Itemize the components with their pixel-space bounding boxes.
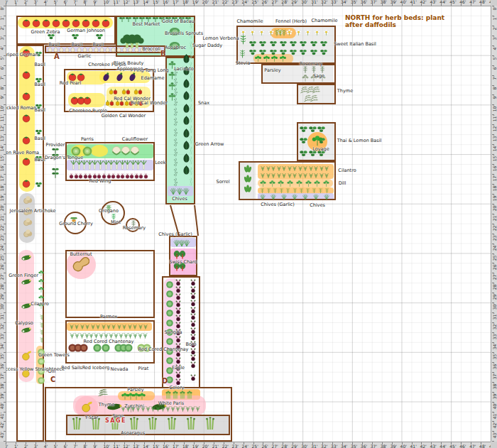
ruler-label: 37' (493, 373, 497, 379)
ruler-label: 2' (0, 26, 4, 30)
ruler-label: 47' (469, 444, 476, 448)
ruler-label: 43' (430, 444, 436, 448)
ruler-label: 17' (173, 0, 179, 4)
ruler-label: 29' (291, 444, 297, 448)
ruler-label: 26' (261, 444, 268, 448)
ruler-label: 45' (449, 0, 456, 4)
ruler-label: 13' (133, 444, 139, 448)
ruler-label: 14' (143, 0, 149, 4)
ruler-label: 3' (34, 0, 38, 4)
ruler-label: 16' (493, 165, 497, 171)
ruler-label: 33' (331, 0, 337, 4)
ruler-label: 48' (479, 0, 486, 4)
ruler-label: 42' (420, 0, 426, 4)
ruler-label: 40' (400, 444, 407, 448)
ruler-label: 0' (493, 6, 497, 10)
ruler-label: 6' (64, 0, 67, 4)
ruler-label: 35' (351, 444, 357, 448)
ruler-label: 31' (0, 313, 4, 319)
ruler-label: 2' (24, 0, 28, 4)
ruler-label: 19' (192, 444, 199, 448)
ruler-label: 36' (493, 363, 497, 369)
ruler-label: 16' (0, 165, 4, 171)
ruler-label: 29' (493, 293, 497, 300)
ruler-label: 2' (24, 444, 28, 448)
planting-note[interactable]: NORTH for herb beds: plant after daffodi… (345, 14, 444, 28)
ruler-label: 42' (420, 444, 426, 448)
ruler-label: 38' (493, 383, 497, 389)
ruler-label: 30' (0, 303, 4, 310)
ruler-label: 4' (44, 444, 48, 448)
ruler-label: 41' (493, 413, 497, 419)
ruler-label: 12' (0, 125, 4, 131)
ruler-label: 6' (0, 66, 4, 70)
ruler-label: 22' (222, 444, 229, 448)
ruler-label: 10' (103, 0, 109, 4)
ruler-label: 32' (321, 444, 327, 448)
ruler-label: 13' (133, 0, 139, 4)
ruler-label: 19' (0, 195, 4, 201)
ruler-label: 23' (232, 444, 239, 448)
ruler-label: 1' (0, 16, 4, 20)
ruler-label: 38' (381, 0, 387, 4)
ruler-label: 42' (0, 422, 4, 428)
ruler-label: 16' (163, 0, 169, 4)
ruler-label: 20' (202, 0, 209, 4)
ruler-label: 13' (0, 135, 4, 141)
ruler-label: 30' (493, 303, 497, 310)
ruler-label: 34' (0, 343, 4, 349)
ruler-label: 20' (0, 204, 4, 211)
ruler-label: 40' (400, 0, 407, 4)
ruler-label: 11' (0, 115, 4, 121)
ruler-label: 23' (0, 234, 4, 241)
ruler-label: 41' (410, 444, 417, 448)
ruler-label: 34' (493, 343, 497, 349)
ruler-label: 9' (493, 95, 497, 99)
ruler-label: 2' (493, 26, 497, 30)
ruler-label: 28' (281, 444, 288, 448)
ruler-label: 29' (0, 293, 4, 300)
ruler-label: 1' (14, 0, 18, 4)
ruler-label: 33' (331, 444, 337, 448)
ruler-label: 17' (0, 175, 4, 181)
ruler-label: 40' (0, 403, 4, 409)
ruler-label: 31' (311, 444, 317, 448)
ruler-label: 7' (74, 0, 77, 4)
ruler-label: 44' (439, 0, 446, 4)
ruler-label: 32' (493, 323, 497, 329)
ruler-label: 28' (493, 283, 497, 290)
ruler-label: 3' (0, 36, 4, 40)
ruler-label: 36' (361, 0, 367, 4)
ruler-label: 4' (44, 0, 48, 4)
ruler-label: 12' (493, 125, 497, 131)
ruler-label: 8' (493, 86, 497, 89)
ruler-label: 37' (371, 444, 377, 448)
ruler-corner (491, 0, 497, 6)
ruler-label: 5' (0, 56, 4, 60)
ruler-label: 43' (430, 0, 436, 4)
ruler-label: 10' (0, 105, 4, 111)
ruler-label: 27' (271, 444, 278, 448)
ruler-label: 7' (0, 76, 4, 80)
ruler-label: 3' (493, 36, 497, 40)
ruler-label: 29' (291, 0, 297, 4)
ruler-label: 18' (182, 444, 189, 448)
ruler-label: 7' (74, 444, 77, 448)
ruler-label: 26' (493, 263, 497, 270)
ruler-label: 39' (493, 393, 497, 399)
ruler-label: 23' (232, 0, 239, 4)
ruler-label: 26' (261, 0, 268, 4)
ruler-label: 5' (493, 56, 497, 60)
ruler-label: 37' (0, 373, 4, 379)
ruler-label: 31' (493, 313, 497, 319)
ruler-label: 27' (0, 273, 4, 280)
ruler-label: 17' (493, 175, 497, 181)
ruler-label: 28' (281, 0, 288, 4)
ruler-label: 12' (123, 444, 129, 448)
ruler-right: 0'1'2'3'4'5'6'7'8'9'10'11'12'13'14'15'16… (491, 6, 497, 442)
ruler-label: 25' (252, 444, 258, 448)
ruler-label: 15' (153, 0, 159, 4)
ruler-label: 18' (182, 0, 189, 4)
ruler-label: 33' (493, 333, 497, 339)
ruler-corner (0, 442, 6, 448)
